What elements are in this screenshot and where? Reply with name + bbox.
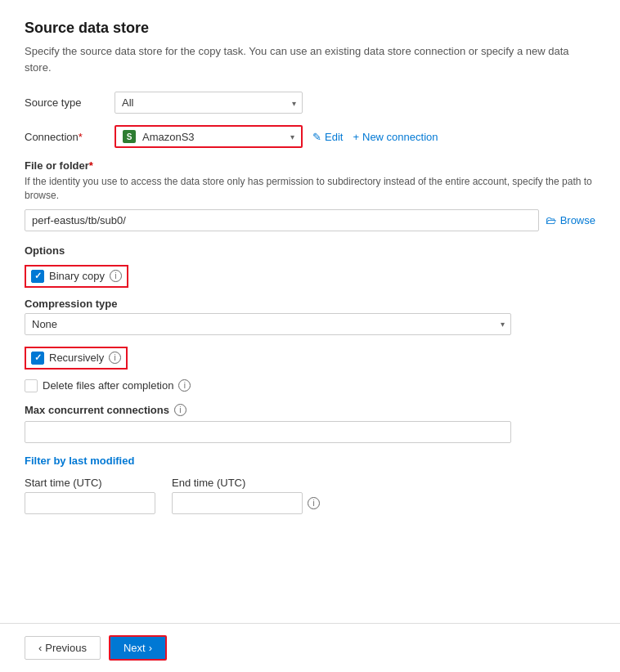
max-connections-label: Max concurrent connections [25,404,169,416]
previous-button[interactable]: ‹ Previous [25,636,101,660]
end-time-info-icon: i [308,497,320,509]
binary-copy-info-icon: i [110,270,122,282]
amazon-s3-icon: S [123,130,136,143]
connection-chevron-icon: ▾ [290,132,294,141]
file-path-input[interactable] [25,209,539,231]
new-connection-link[interactable]: + New connection [353,131,438,143]
options-label: Options [25,244,595,257]
connection-label: Connection* [25,131,115,143]
delete-files-checkbox[interactable] [25,379,38,392]
plus-icon: + [353,131,359,143]
end-time-label: End time (UTC) [172,477,320,489]
binary-copy-checkbox[interactable] [31,270,44,283]
file-folder-label: File or folder* [25,159,595,172]
binary-copy-label: Binary copy [49,270,105,282]
connection-select[interactable]: S AmazonS3 ▾ [115,125,303,148]
start-time-field: Start time (UTC) [25,477,155,514]
end-time-field: End time (UTC) i [172,477,320,514]
compression-type-wrapper: None ▾ [25,313,511,335]
next-button[interactable]: Next › [109,635,167,661]
recursively-info-icon: i [109,352,121,364]
page-title: Source data store [25,20,595,37]
max-connections-info-icon: i [174,404,186,416]
start-time-label: Start time (UTC) [25,477,155,489]
edit-link[interactable]: ✎ Edit [312,131,343,143]
previous-chevron-icon: ‹ [38,642,42,654]
recursively-label: Recursively [49,352,104,364]
filter-label: Filter by last modified [25,455,595,467]
delete-files-label: Delete files after completion [43,379,173,392]
page-description: Specify the source data store for the co… [25,43,595,75]
delete-files-info-icon: i [178,379,191,392]
start-time-input[interactable] [25,492,155,514]
source-type-wrapper: All ▾ [115,92,303,114]
connection-controls: S AmazonS3 ▾ ✎ Edit + New connection [115,125,438,148]
pencil-icon: ✎ [312,131,321,143]
browse-button[interactable]: 🗁 Browse [546,214,595,226]
recursively-checkbox[interactable] [31,352,44,365]
compression-type-select[interactable]: None [25,313,511,335]
max-connections-input[interactable] [25,421,511,443]
folder-icon: 🗁 [546,214,556,226]
file-folder-description: If the identity you use to access the da… [25,175,595,203]
footer: ‹ Previous Next › [0,623,620,672]
compression-type-label: Compression type [25,298,595,310]
connection-value: AmazonS3 [142,131,278,143]
end-time-input[interactable] [172,492,303,514]
source-type-select[interactable]: All [115,92,303,114]
next-chevron-icon: › [149,642,152,654]
source-type-label: Source type [25,96,115,109]
